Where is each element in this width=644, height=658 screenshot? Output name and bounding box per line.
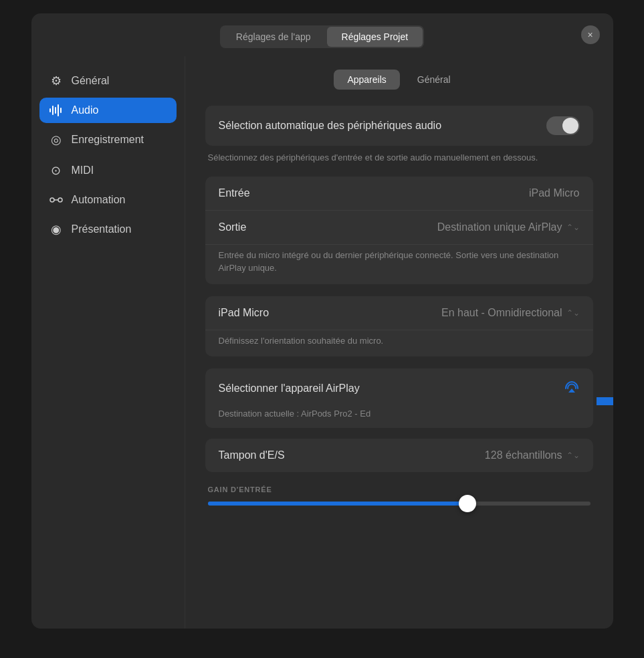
svg-rect-0 [49,108,51,112]
dialog-header: Réglages de l'app Réglages Projet × [31,13,613,56]
dialog-body: ⚙ Général Audio ◎ Enregistrement [31,56,613,629]
airplay-icon [564,379,580,398]
toggle-knob [562,118,578,134]
gear-icon: ⚙ [49,74,64,88]
sidebar-item-audio[interactable]: Audio [39,98,177,123]
buffer-label: Tampon d'E/S [219,449,285,461]
gain-slider-container[interactable] [205,502,593,506]
sidebar-item-label: Automation [72,194,126,206]
svg-point-7 [58,198,62,202]
ipad-micro-row[interactable]: iPad Micro En haut - Omnidirectional ⌃⌄ [205,296,593,330]
sidebar-item-enregistrement[interactable]: ◎ Enregistrement [39,126,177,154]
slider-fill [208,502,468,506]
buffer-value: 128 échantillons ⌃⌄ [485,449,580,461]
airplay-row[interactable]: Sélectionner l'appareil AirPlay [205,368,593,409]
svg-rect-4 [60,108,62,113]
auto-select-label: Sélection automatique des périphériques … [219,120,442,132]
settings-dialog: Réglages de l'app Réglages Projet × ⚙ Gé… [31,13,613,629]
sidebar-item-label: Général [72,75,110,87]
sidebar-item-midi[interactable]: ⊙ MIDI [39,156,177,185]
auto-select-description: Sélectionnez des périphériques d'entrée … [205,151,593,164]
sidebar-item-label: MIDI [72,164,94,177]
ipad-micro-description: Définissez l'orientation souhaitée du mi… [205,330,593,357]
main-content: Appareils Général Sélection automatique … [185,56,613,629]
gain-section: GAIN D'ENTRÉE [205,485,593,506]
ipad-micro-card: iPad Micro En haut - Omnidirectional ⌃⌄ … [205,296,593,357]
airplay-card: Sélectionner l'appareil AirPlay Destinat… [205,368,593,428]
automation-icon [49,195,64,205]
sidebar: ⚙ Général Audio ◎ Enregistrement [31,56,185,629]
sidebar-item-presentation[interactable]: ◉ Présentation [39,215,177,243]
svg-marker-8 [597,393,613,410]
svg-point-5 [50,198,54,202]
tab-app-settings[interactable]: Réglages de l'app [221,27,326,47]
sortie-value: Destination unique AirPlay ⌃⌄ [437,221,580,233]
svg-rect-2 [55,107,56,114]
buffer-card: Tampon d'E/S 128 échantillons ⌃⌄ [205,439,593,472]
entree-row[interactable]: Entrée iPad Micro [205,177,593,211]
subtab-appareils[interactable]: Appareils [334,70,399,90]
close-button[interactable]: × [581,25,600,44]
sidebar-item-label: Enregistrement [72,134,144,146]
tab-project-settings[interactable]: Réglages Projet [327,27,423,47]
slider-thumb[interactable] [459,495,476,512]
chevron-icon: ⌃⌄ [566,308,580,318]
blue-arrow [597,391,613,411]
audio-icon [49,104,64,116]
midi-icon: ⊙ [49,163,64,178]
slider-track [208,502,591,506]
sub-tabs: Appareils Général [334,70,463,90]
sidebar-item-label: Audio [72,104,99,116]
airplay-destination: Destination actuelle : AirPods Pro2 - Ed [205,409,593,428]
ipad-micro-value: En haut - Omnidirectional ⌃⌄ [441,307,580,319]
entree-value: iPad Micro [529,187,580,199]
sidebar-item-automation[interactable]: Automation [39,187,177,213]
gain-section-label: GAIN D'ENTRÉE [205,485,593,494]
sidebar-item-label: Présentation [72,223,132,235]
io-description: Entrée du micro intégré ou du dernier pé… [205,245,593,284]
sortie-row[interactable]: Sortie Destination unique AirPlay ⌃⌄ [205,211,593,245]
subtab-general[interactable]: Général [404,70,464,90]
record-icon: ◎ [49,132,64,147]
ipad-micro-label: iPad Micro [219,307,270,319]
svg-rect-1 [52,106,53,115]
auto-select-toggle[interactable] [546,116,580,135]
top-tab-group: Réglages de l'app Réglages Projet [220,25,424,48]
sidebar-item-general[interactable]: ⚙ Général [39,67,177,95]
entree-label: Entrée [219,187,250,199]
sortie-label: Sortie [219,221,247,233]
presentation-icon: ◉ [49,222,64,237]
io-settings-card: Entrée iPad Micro Sortie Destination uni… [205,177,593,284]
chevron-icon: ⌃⌄ [566,223,580,232]
svg-rect-3 [58,104,59,116]
airplay-label: Sélectionner l'appareil AirPlay [219,382,360,395]
auto-select-row: Sélection automatique des périphériques … [205,106,593,146]
buffer-row[interactable]: Tampon d'E/S 128 échantillons ⌃⌄ [205,439,593,472]
chevron-icon: ⌃⌄ [566,451,580,460]
